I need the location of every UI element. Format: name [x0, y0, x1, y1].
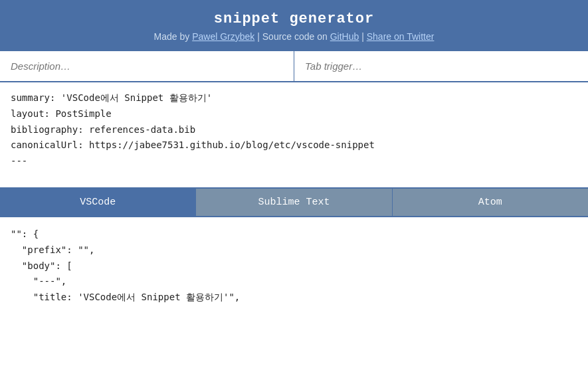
github-link[interactable]: GitHub [330, 31, 359, 42]
twitter-link[interactable]: Share on Twitter [367, 31, 435, 42]
page-wrapper: snippet generator Made by Pawel Grzybek … [0, 0, 588, 315]
description-input[interactable] [0, 51, 294, 81]
code-input-area: summary: 'VSCode에서 Snippet 활용하기' layout:… [0, 82, 588, 189]
tab-sublime[interactable]: Sublime Text [196, 189, 392, 216]
tab-trigger-input[interactable] [294, 51, 588, 81]
made-by-text: Made by [154, 31, 193, 42]
separator2: | [359, 31, 366, 42]
editor-tabs: VSCode Sublime Text Atom [0, 189, 588, 217]
tab-vscode[interactable]: VSCode [0, 189, 196, 216]
separator1: | Source code on [254, 31, 330, 42]
tab-atom[interactable]: Atom [393, 189, 588, 216]
output-content: "": { "prefix": "", "body": [ "---", "ti… [11, 227, 577, 306]
header-subtitle: Made by Pawel Grzybek | Source code on G… [0, 31, 588, 42]
app-title: snippet generator [0, 11, 588, 27]
code-content: summary: 'VSCode에서 Snippet 활용하기' layout:… [11, 90, 577, 169]
input-row [0, 51, 588, 82]
output-area: "": { "prefix": "", "body": [ "---", "ti… [0, 217, 588, 315]
header: snippet generator Made by Pawel Grzybek … [0, 0, 588, 51]
author-link[interactable]: Pawel Grzybek [192, 31, 254, 42]
